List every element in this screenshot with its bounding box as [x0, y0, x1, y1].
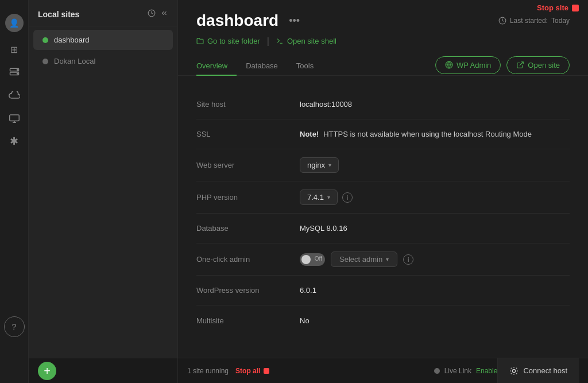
tab-database[interactable]: Database — [237, 57, 287, 76]
help-icon[interactable]: ? — [4, 316, 25, 337]
site-name-dokan: Dokan Local — [54, 57, 95, 65]
stop-site-button[interactable]: Stop site — [537, 3, 579, 12]
bottom-center: Live Link Enable — [434, 367, 498, 375]
avatar[interactable]: 👤 — [5, 14, 24, 32]
svg-point-3 — [17, 73, 18, 75]
database-value: MySQL 8.0.16 — [300, 224, 347, 233]
stop-site-indicator — [572, 5, 579, 11]
one-click-admin-label: One-click admin — [196, 255, 300, 264]
overview-row-multisite: Multisite No — [196, 305, 570, 335]
stop-all-label: Stop all — [235, 367, 260, 375]
php-version-dropdown[interactable]: 7.4.1 ▾ — [300, 189, 338, 205]
web-server-selected: nginx — [307, 161, 325, 169]
plugins-icon[interactable]: ✱ — [4, 131, 25, 152]
sidebar-bottom-bar: + — [29, 358, 177, 383]
web-server-value: nginx ▾ — [300, 157, 339, 173]
stop-site-label: Stop site — [537, 3, 568, 12]
goto-folder-link[interactable]: Go to site folder — [196, 34, 260, 48]
wp-admin-button[interactable]: WP Admin — [435, 56, 501, 74]
site-item-dashboard[interactable]: dashboard — [33, 30, 173, 50]
one-click-admin-value: Off Select admin ▾ i — [300, 252, 413, 267]
site-item-dokan[interactable]: Dokan Local — [33, 51, 173, 71]
goto-folder-label: Go to site folder — [207, 37, 260, 45]
main-content: dashboard ••• Last started: Today Go to … — [178, 0, 588, 383]
select-admin-placeholder: Select admin — [339, 255, 382, 264]
app-layout: 👤 ⊞ ✱ ? Local sites — [0, 0, 588, 383]
dashboard-title-right: Last started: Today — [498, 17, 570, 25]
web-server-dropdown[interactable]: nginx ▾ — [300, 157, 339, 173]
svg-rect-4 — [9, 115, 19, 121]
admin-info-icon[interactable]: i — [403, 254, 413, 265]
svg-line-9 — [520, 62, 523, 65]
icon-sidebar: 👤 ⊞ ✱ ? — [0, 0, 29, 383]
overview-row-php: PHP version 7.4.1 ▾ i — [196, 181, 570, 214]
php-info-icon[interactable]: i — [342, 192, 353, 203]
overview-content: Site host localhost:10008 SSL Note! HTTP… — [178, 76, 588, 358]
sites-header: Local sites — [29, 0, 177, 26]
last-started-label: Last started: — [510, 17, 548, 25]
open-site-label: Open site — [528, 61, 560, 69]
overview-row-wp-version: WordPress version 6.0.1 — [196, 276, 570, 305]
dashboard-title-left: dashboard ••• — [196, 11, 303, 30]
site-host-label: Site host — [196, 100, 300, 109]
svg-point-2 — [17, 69, 18, 71]
sites-header-actions — [148, 9, 168, 19]
bottom-left: 1 site running Stop all — [187, 367, 434, 375]
overview-row-database: Database MySQL 8.0.16 — [196, 214, 570, 243]
connect-host-label: Connect host — [523, 366, 567, 375]
database-label: Database — [196, 224, 300, 233]
ssl-value: Note! HTTPS is not available when using … — [300, 130, 532, 138]
select-admin-dropdown[interactable]: Select admin ▾ — [331, 252, 397, 267]
connect-host-button[interactable]: Connect host — [497, 358, 579, 384]
site-name-dashboard: dashboard — [54, 36, 89, 44]
running-count: 1 site running — [187, 367, 229, 375]
sites-list: dashboard Dokan Local — [29, 26, 177, 358]
more-options-button[interactable]: ••• — [285, 14, 303, 28]
php-version-selected: 7.4.1 — [307, 193, 324, 202]
tabs-actions-row: Overview Database Tools WP Admin Open si… — [196, 55, 570, 75]
wp-admin-label: WP Admin — [457, 61, 491, 69]
history-icon[interactable] — [148, 9, 156, 19]
monitor-icon[interactable] — [4, 108, 25, 129]
tab-overview[interactable]: Overview — [196, 57, 237, 76]
dashboard-title-row: dashboard ••• Last started: Today — [196, 11, 570, 30]
web-server-arrow: ▾ — [328, 162, 331, 168]
tab-actions: WP Admin Open site — [435, 56, 570, 74]
wp-version-label: WordPress version — [196, 286, 300, 295]
top-bar: Stop site — [528, 0, 588, 16]
toggle-off-label: Off — [315, 256, 322, 262]
multisite-value: No — [300, 316, 310, 325]
link-divider: | — [267, 36, 269, 47]
tabs: Overview Database Tools — [196, 57, 323, 75]
dashboard-links: Go to site folder | Open site shell — [196, 34, 570, 48]
open-shell-link[interactable]: Open site shell — [276, 34, 336, 48]
tab-tools[interactable]: Tools — [287, 57, 323, 76]
live-link-dot — [434, 368, 440, 374]
svg-point-10 — [513, 369, 516, 372]
stop-all-button[interactable]: Stop all — [235, 367, 269, 375]
site-status-dot-dashboard — [42, 37, 48, 43]
add-site-button[interactable]: + — [38, 362, 56, 380]
stop-all-indicator — [264, 368, 269, 374]
php-value: 7.4.1 ▾ i — [300, 189, 353, 205]
live-link-enable-button[interactable]: Enable — [476, 367, 497, 375]
open-site-button[interactable]: Open site — [506, 56, 570, 74]
collapse-icon[interactable] — [160, 9, 168, 19]
overview-row-ssl: SSL Note! HTTPS is not available when us… — [196, 119, 570, 149]
sites-sidebar: Local sites dashboard Dokan L — [29, 0, 178, 383]
bottom-bar: 1 site running Stop all Live Link Enable… — [178, 358, 588, 383]
bottom-right: Connect host — [497, 358, 579, 384]
dashboard-title: dashboard — [196, 11, 278, 30]
wp-version-value: 6.0.1 — [300, 286, 316, 295]
sites-header-title: Local sites — [38, 10, 79, 19]
one-click-admin-toggle[interactable]: Off — [300, 253, 325, 266]
overview-row-web-server: Web server nginx ▾ — [196, 149, 570, 181]
cloud-icon[interactable] — [4, 85, 25, 106]
server-icon[interactable] — [4, 62, 25, 83]
php-version-arrow: ▾ — [327, 194, 330, 200]
overview-row-site-host: Site host localhost:10008 — [196, 90, 570, 119]
php-label: PHP version — [196, 193, 300, 202]
site-host-value: localhost:10008 — [300, 100, 352, 109]
sites-icon[interactable]: ⊞ — [4, 39, 25, 60]
overview-row-one-click-admin: One-click admin Off Select admin ▾ i — [196, 243, 570, 276]
